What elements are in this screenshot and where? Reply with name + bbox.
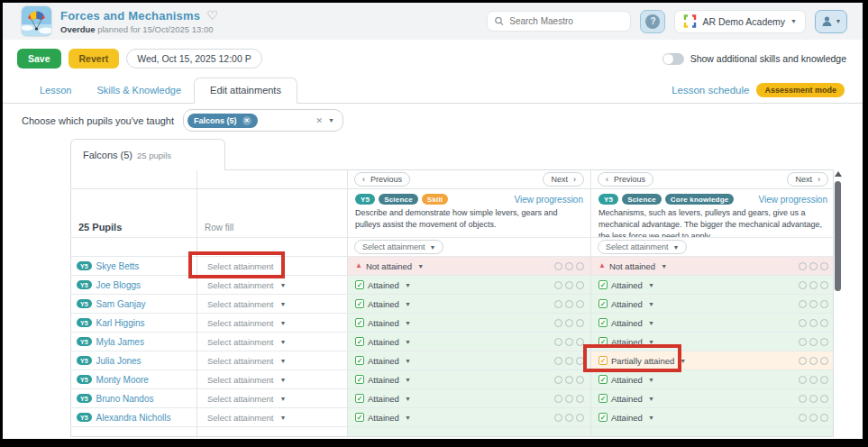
attainment-label: Attained <box>611 299 643 309</box>
status-circles[interactable] <box>799 300 828 308</box>
help-button[interactable]: ? <box>640 10 665 33</box>
table-row: Y5Alexandra NichollsSelect attainment▼✓A… <box>71 408 833 427</box>
year-badge: Y5 <box>355 194 375 205</box>
pupil-name-link[interactable]: Julia Jones <box>96 356 142 366</box>
row-fill-select-attainment-dropdown[interactable]: Select attainment▼ <box>197 276 348 295</box>
row-fill-select-attainment-dropdown[interactable]: Select attainment▼ <box>197 314 348 333</box>
pupil-name-link[interactable]: Karl Higgins <box>96 318 145 328</box>
lesson-schedule-link[interactable]: Lesson schedule <box>672 85 749 96</box>
clear-select-icon[interactable]: ✕ <box>316 116 324 125</box>
skill2-next-button[interactable]: Next› <box>787 172 828 187</box>
skill1-next-button[interactable]: Next› <box>543 172 584 187</box>
favourite-heart-icon[interactable]: ♡ <box>206 11 218 20</box>
header-cell-empty <box>71 238 197 257</box>
chevron-down-icon[interactable]: ▼ <box>328 117 334 123</box>
pupil-name-link[interactable]: Alexandra Nicholls <box>96 413 171 423</box>
skill1-nav-cell: ‹Previous Next› <box>348 170 591 189</box>
skill1-view-progression-link[interactable]: View progression <box>514 195 583 205</box>
type-badge: Skill <box>422 194 448 205</box>
status-circles[interactable] <box>554 357 584 365</box>
pupil-name-link[interactable]: Sam Ganjay <box>96 299 146 309</box>
status-circles[interactable] <box>799 262 828 270</box>
row-fill-select-attainment-dropdown[interactable]: Select attainment▼ <box>197 389 348 408</box>
row-fill-select-attainment-dropdown[interactable]: Select attainment▼ <box>197 257 348 276</box>
attainment-status-dropdown[interactable]: ✓Attained▼ <box>591 389 834 408</box>
skill2-select-attainment-dropdown[interactable]: Select attainment▼ <box>598 240 687 254</box>
assessment-mode-badge: Assessment mode <box>756 83 845 97</box>
attainment-label: Attained <box>611 413 643 423</box>
row-fill-select-attainment-dropdown[interactable]: Select attainment▼ <box>197 370 348 389</box>
pupil-name-link[interactable]: Monty Moore <box>96 375 149 385</box>
attainment-status-dropdown[interactable]: ✓Attained▼ <box>348 370 591 389</box>
pupil-name-link[interactable]: Skye Betts <box>96 261 140 271</box>
revert-button[interactable]: Revert <box>69 49 120 68</box>
status-circles[interactable] <box>554 376 584 384</box>
remove-tag-icon[interactable]: ✕ <box>242 116 251 125</box>
attainment-status-dropdown[interactable]: ✓Attained▼ <box>348 351 591 370</box>
skill2-view-progression-link[interactable]: View progression <box>758 195 827 205</box>
attainment-status-dropdown[interactable]: ✓Attained▼ <box>591 276 834 295</box>
status-circles[interactable] <box>799 395 828 403</box>
attainment-status-dropdown[interactable]: ✓Attained▼ <box>591 370 834 389</box>
attainment-status-dropdown[interactable]: ✓Attained▼ <box>348 389 591 408</box>
save-button[interactable]: Save <box>17 49 61 68</box>
status-circles[interactable] <box>799 338 828 346</box>
green-checkbox-icon: ✓ <box>355 337 364 346</box>
status-circles[interactable] <box>554 319 584 327</box>
attainment-status-dropdown[interactable]: ✓Attained▼ <box>591 408 834 427</box>
group-tab-falcons[interactable]: Falcons (5) 25 pupils <box>70 139 225 170</box>
attainment-status-dropdown[interactable]: ✓Attained▼ <box>591 314 834 333</box>
status-circles[interactable] <box>554 262 584 270</box>
user-menu-button[interactable]: ▼ <box>815 10 847 33</box>
tab-lesson[interactable]: Lesson <box>27 78 84 103</box>
row-fill-select-attainment-dropdown[interactable]: Select attainment▼ <box>197 333 348 351</box>
attainment-status-dropdown[interactable]: ✓Partially attained▼ <box>591 351 834 370</box>
skill1-select-attainment-dropdown[interactable]: Select attainment▼ <box>354 240 443 254</box>
row-fill-select-attainment-dropdown[interactable]: Select attainment▼ <box>197 295 348 314</box>
attainment-label: Not attained <box>366 261 412 271</box>
status-circles[interactable] <box>554 414 584 422</box>
datetime-field[interactable]: Wed, Oct 15, 2025 12:00 P <box>126 49 261 68</box>
status-circles[interactable] <box>554 338 584 346</box>
pupil-name-link[interactable]: Myla James <box>96 337 144 347</box>
pupil-name-link[interactable]: Joe Bloggs <box>96 280 141 290</box>
status-circles[interactable] <box>799 357 828 365</box>
skill2-previous-button[interactable]: ‹Previous <box>598 172 653 187</box>
academy-menu-button[interactable]: AR Demo Academy ▼ <box>674 10 806 33</box>
status-circles[interactable] <box>554 395 584 403</box>
attainment-status-dropdown[interactable]: ✓Attained▼ <box>348 333 591 351</box>
attainment-status-dropdown[interactable]: ✓Attained▼ <box>348 314 591 333</box>
scroll-up-arrow-icon[interactable] <box>835 171 842 177</box>
academy-logo-icon <box>683 14 697 28</box>
status-circles[interactable] <box>554 281 584 289</box>
search-box[interactable] <box>487 11 631 32</box>
year-badge: Y5 <box>77 299 92 308</box>
pupil-group-select[interactable]: Falcons (5) ✕ ✕ ▼ <box>183 109 343 132</box>
attainment-status-dropdown[interactable]: ▲Not attained▼ <box>348 257 591 276</box>
attainment-status-dropdown[interactable]: ✓Attained▼ <box>348 408 591 427</box>
status-circles[interactable] <box>799 414 828 422</box>
additional-skills-toggle[interactable] <box>662 53 684 65</box>
tab-skills-knowledge[interactable]: Skills & Knowledge <box>84 78 194 103</box>
selected-group-tag[interactable]: Falcons (5) ✕ <box>187 114 258 128</box>
attainment-status-dropdown[interactable]: ✓Attained▼ <box>348 295 591 314</box>
status-circles[interactable] <box>554 300 584 308</box>
attainment-status-dropdown[interactable]: ✓Attained▼ <box>348 276 591 295</box>
row-fill-select-attainment-dropdown[interactable]: Select attainment▼ <box>197 351 348 370</box>
tab-edit-attainments[interactable]: Edit attainments <box>194 78 297 104</box>
row-fill-select-attainment-dropdown[interactable]: Select attainment▼ <box>197 408 348 427</box>
attainment-label: Attained <box>368 394 399 404</box>
attainment-status-dropdown[interactable]: ▲Not attained▼ <box>591 257 834 276</box>
status-circles[interactable] <box>799 319 828 327</box>
attainment-label: Attained <box>368 375 399 385</box>
green-checkbox-icon: ✓ <box>355 318 364 327</box>
pupil-name-link[interactable]: Bruno Nandos <box>96 394 154 404</box>
chevron-down-icon: ▼ <box>648 320 654 326</box>
scrollbar-thumb[interactable] <box>835 181 841 291</box>
attainment-status-dropdown[interactable]: ✓Attained▼ <box>591 333 834 351</box>
status-circles[interactable] <box>799 376 828 384</box>
status-circles[interactable] <box>799 281 828 289</box>
search-input[interactable] <box>509 16 623 26</box>
attainment-status-dropdown[interactable]: ✓Attained▼ <box>591 295 834 314</box>
skill1-previous-button[interactable]: ‹Previous <box>354 172 410 187</box>
